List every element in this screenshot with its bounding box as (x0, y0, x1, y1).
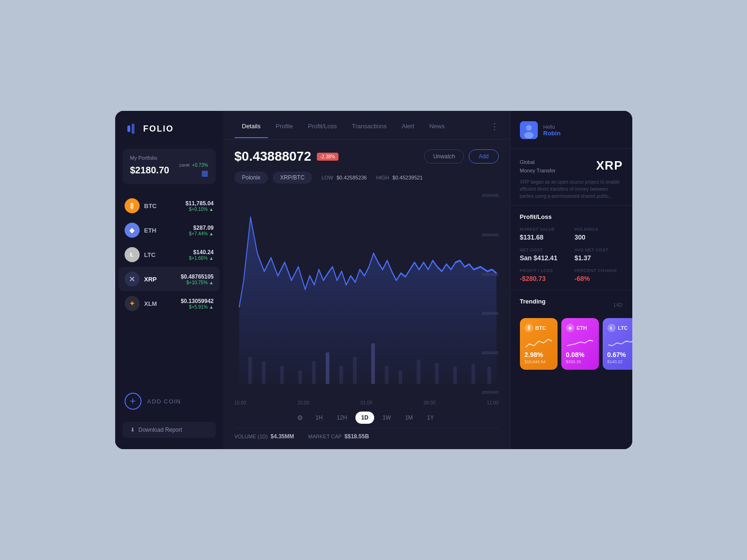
pl-holdings: HOLDINGS 300 (574, 227, 623, 241)
more-menu-button[interactable]: ⋮ (490, 121, 499, 139)
chart-footer: VOLUME (1D) $4.35MM MARKET CAP $$18.55B (235, 428, 499, 440)
trend-ltc-pct: 0.67% (607, 351, 632, 358)
time-12h[interactable]: 12H (331, 412, 353, 424)
tab-transactions[interactable]: Transactions (345, 123, 394, 138)
pl-avg-net-cost-label: AVG NET COST (574, 248, 623, 252)
coin-description: XRP began as an open source project to e… (520, 179, 623, 200)
sidebar: FOLIO My Portfolio $2180.70 24HR +0.73% … (115, 111, 223, 449)
xlm-icon: ✦ (125, 296, 140, 311)
xrp-values: $0.48765105 $+10.75% ▲ (181, 273, 213, 285)
time-1y[interactable]: 1Y (421, 412, 440, 424)
xlm-name: XLM (144, 300, 181, 307)
add-coin-row: + ADD COIN (115, 388, 223, 414)
coin-item-eth[interactable]: ◆ ETH $287.09 $+7.44% ▲ (119, 218, 220, 242)
tab-profitloss[interactable]: Profit/Loss (300, 123, 344, 138)
pl-holdings-val: 300 (574, 233, 623, 241)
trending-cards: ₿ BTC 2.98% $10,646.54 ◆ ETH (520, 318, 623, 370)
trend-card-eth[interactable]: ◆ ETH 0.08% $309.35 (561, 318, 599, 370)
coin-item-xlm[interactable]: ✦ XLM $0.13059942 $+5.91% ▲ (119, 291, 220, 316)
trend-eth-chart (566, 334, 594, 351)
add-button[interactable]: Add (469, 149, 498, 163)
xrp-price: $0.48765105 (181, 273, 213, 280)
time-1m[interactable]: 1M (400, 412, 419, 424)
trend-btc-price: $10,646.54 (525, 359, 553, 364)
y-label-5: .0000445 (481, 350, 499, 355)
time-1h[interactable]: 1H (310, 412, 328, 424)
svg-rect-1 (132, 124, 134, 134)
unwatch-button[interactable]: Unwatch (424, 149, 464, 163)
tab-alert[interactable]: Alert (394, 123, 422, 138)
trend-card-ltc[interactable]: Ł LTC 0.67% $140.22 (603, 318, 632, 370)
y-axis: .0000465 .0000460 .0000455 .0000450 .000… (481, 190, 499, 397)
trend-btc-name: BTC (535, 325, 546, 331)
chart-icon: ▦ (201, 169, 208, 178)
coin-item-ltc[interactable]: Ł LTC $140.24 $+1.66% ▲ (119, 242, 220, 267)
ltc-values: $140.24 $+1.66% ▲ (189, 249, 213, 261)
time-label-3: 01:00 (361, 400, 372, 405)
low-item: LOW $0.42585236 (322, 175, 367, 180)
xlm-values: $0.13059942 $+5.91% ▲ (181, 298, 213, 310)
exchange-pair[interactable]: XRP/BTC (273, 171, 312, 184)
main-content: Details Profile Profit/Loss Transactions… (223, 111, 510, 449)
profit-loss-title: Profit/Loss (520, 213, 623, 220)
download-report-button[interactable]: ⬇ Download Report (123, 422, 216, 438)
xlm-change: $+5.91% ▲ (181, 304, 213, 310)
trend-eth-icon: ◆ (566, 324, 574, 332)
trend-btc-icon: ₿ (525, 324, 533, 332)
pl-grid: MARKET VALUE $131.68 HOLDINGS 300 NET CO… (520, 227, 623, 282)
pl-profit-loss: PROFIT / LOSS -$280.73 (520, 268, 568, 282)
exchange-row: Polonix XRP/BTC LOW $0.42585236 HIGH $0.… (235, 171, 499, 184)
coin-list: ₿ BTC $11,785.04 $+0.10% ▲ ◆ ETH $287.09… (115, 194, 223, 385)
tab-news[interactable]: News (422, 123, 452, 138)
low-value: $0.42585236 (337, 175, 367, 180)
y-label-6: .0000440 (481, 390, 499, 395)
current-price: $0.43888072 (235, 149, 312, 164)
profit-loss-section: Profit/Loss MARKET VALUE $131.68 HOLDING… (511, 206, 632, 290)
trend-card-btc[interactable]: ₿ BTC 2.98% $10,646.54 (520, 318, 558, 370)
portfolio-value: $2180.70 (130, 165, 169, 176)
user-header: Hello Robin (511, 111, 632, 149)
trend-ltc-price: $140.22 (607, 359, 632, 364)
coin-header-top: GlobalMoney Transfer XRP (520, 158, 623, 175)
eth-values: $287.09 $+7.44% ▲ (189, 225, 213, 236)
marketcap-value: $$18.55B (345, 433, 369, 440)
eth-price: $287.09 (189, 225, 213, 231)
eth-name: ETH (144, 227, 189, 234)
download-label: Download Report (139, 427, 182, 433)
time-1d[interactable]: 1D (355, 412, 374, 424)
price-row: $0.43888072 -2.38% Unwatch Add (235, 149, 499, 164)
trending-header: Trending 14D (520, 298, 623, 311)
svg-rect-0 (127, 125, 130, 132)
username: Robin (543, 130, 561, 137)
app-container: FOLIO My Portfolio $2180.70 24HR +0.73% … (115, 111, 632, 449)
pl-net-cost: NET COST San $412.41 (520, 248, 568, 262)
add-coin-button[interactable]: + (125, 393, 142, 410)
time-axis: 15:00 20:00 01:00 06:00 11:00 (235, 397, 499, 405)
coin-header-section: GlobalMoney Transfer XRP XRP began as an… (511, 149, 632, 206)
y-label-1: .0000465 (481, 193, 499, 198)
trend-ltc-icon: Ł (607, 324, 616, 332)
exchange-polonix[interactable]: Polonix (235, 171, 268, 184)
btc-change: $+0.10% ▲ (185, 207, 213, 212)
trend-eth-pct: 0.08% (566, 351, 594, 358)
eth-change: $+7.44% ▲ (189, 231, 213, 236)
time-1w[interactable]: 1W (377, 412, 397, 424)
user-info: Hello Robin (543, 124, 561, 137)
time-label-1: 15:00 (235, 400, 246, 405)
coin-item-btc[interactable]: ₿ BTC $11,785.04 $+0.10% ▲ (119, 194, 220, 218)
logo: FOLIO (115, 122, 223, 135)
tab-profile[interactable]: Profile (268, 123, 300, 138)
change-24h-label: 24HR +0.73% (179, 163, 208, 168)
price-change-badge: -2.38% (317, 153, 338, 161)
trend-eth-price: $309.35 (566, 359, 594, 364)
xrp-change: $+10.75% ▲ (181, 280, 213, 285)
tab-details[interactable]: Details (235, 123, 268, 138)
global-transfer-text: GlobalMoney Transfer (520, 158, 556, 175)
pl-avg-net-cost-val: $1.37 (574, 254, 623, 262)
settings-button[interactable]: ⚙ (293, 411, 307, 424)
xlm-price: $0.13059942 (181, 298, 213, 304)
coin-item-xrp[interactable]: ✕ XRP $0.48765105 $+10.75% ▲ (119, 267, 220, 291)
download-icon: ⬇ (130, 427, 135, 433)
time-controls: ⚙ 1H 12H 1D 1W 1M 1Y (235, 405, 499, 428)
pl-pct-change: PERCENT CHANGE -68% (574, 268, 623, 282)
